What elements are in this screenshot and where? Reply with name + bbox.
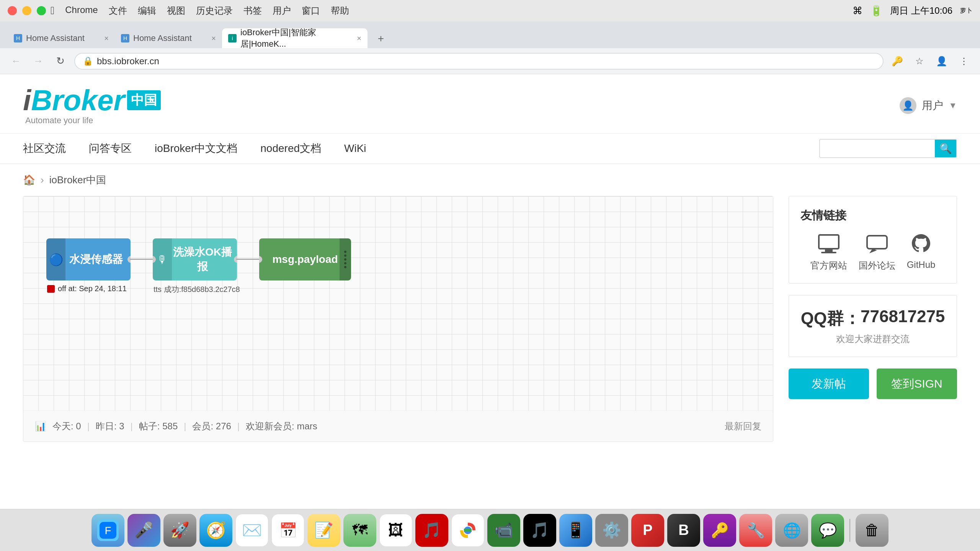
dock-neteasemusic[interactable]: 🎵 <box>415 514 448 547</box>
dock-chrome2[interactable]: 🌐 <box>775 514 808 547</box>
browser-tab-2[interactable]: H Home Assistant × <box>115 28 222 48</box>
node1-status: off at: Sep 24, 18:11 <box>47 284 127 293</box>
latest-reply-link[interactable]: 最新回复 <box>725 420 761 432</box>
menu-help[interactable]: 帮助 <box>331 5 349 17</box>
back-button[interactable]: ← <box>8 53 24 70</box>
minimize-button[interactable] <box>22 6 31 15</box>
site-header: i Broker 中国 Automate your life 👤 用户 ▼ <box>0 74 980 134</box>
svg-rect-0 <box>819 235 839 249</box>
stats-sep2: | <box>131 421 133 432</box>
github-icon <box>908 233 934 256</box>
menu-window[interactable]: 窗口 <box>302 5 320 17</box>
menu-edit[interactable]: 编辑 <box>138 5 156 17</box>
new-post-button[interactable]: 发新帖 <box>789 368 869 399</box>
dock-appstore[interactable]: 📱 <box>559 514 592 547</box>
menu-users[interactable]: 用户 <box>273 5 291 17</box>
dock-siri[interactable]: 🎤 <box>127 514 160 547</box>
logo-area: i Broker 中国 Automate your life <box>23 86 161 126</box>
menu-bookmarks[interactable]: 书签 <box>243 5 262 17</box>
friend-links-title: 友情链接 <box>800 208 945 223</box>
new-tab-button[interactable]: + <box>371 29 390 48</box>
link-forum[interactable]: 国外论坛 <box>859 233 895 272</box>
close-button[interactable] <box>8 6 17 15</box>
breadcrumb: 🏠 › ioBroker中国 <box>0 164 980 196</box>
apple-menu[interactable]:  <box>51 5 54 17</box>
node2-status: tts 成功:f85d68b3.2c27c8 <box>154 284 240 295</box>
menu-file[interactable]: 文件 <box>109 5 127 17</box>
breadcrumb-separator: › <box>41 174 44 186</box>
logo-broker: Broker <box>31 86 125 115</box>
nav-qa[interactable]: 问答专区 <box>89 134 132 163</box>
link-github[interactable]: GitHub <box>907 233 936 272</box>
dock-calendar[interactable]: 📅 <box>271 514 304 547</box>
dock-finder[interactable]: F <box>91 514 124 547</box>
friend-links-list: 官方网站 国外论坛 <box>800 233 945 272</box>
key-icon[interactable]: 🔑 <box>889 53 906 70</box>
qq-prefix: QQ群： <box>801 307 861 330</box>
dock-b-app[interactable]: B <box>667 514 700 547</box>
dock-kp-app[interactable]: 🔑 <box>703 514 736 547</box>
dock-ppt[interactable]: P <box>631 514 664 547</box>
titlebar-left:  Chrome 文件 编辑 视图 历史记录 书签 用户 窗口 帮助 <box>8 5 349 17</box>
dock-mig-app[interactable]: 🔧 <box>739 514 772 547</box>
dock-photos[interactable]: 🖼 <box>379 514 412 547</box>
dock-trash[interactable]: 🗑 <box>856 514 889 547</box>
dock-chat[interactable]: 💬 <box>811 514 844 547</box>
bookmark-star-icon[interactable]: ☆ <box>911 53 928 70</box>
dock-maps[interactable]: 🗺 <box>343 514 376 547</box>
search-button[interactable]: 🔍 <box>935 139 956 158</box>
tab-favicon-3: i <box>228 34 237 42</box>
site-nav: 社区交流 问答专区 ioBroker中文文档 nodered文档 WiKi 🔍 <box>0 134 980 164</box>
browser-tab-3[interactable]: i ioBroker中国|智能家居|HomeK... × <box>222 28 368 48</box>
browser-tabs-bar: H Home Assistant × H Home Assistant × i … <box>0 21 980 48</box>
nav-wiki[interactable]: WiKi <box>344 135 366 162</box>
user-area[interactable]: 👤 用户 ▼ <box>900 97 957 114</box>
link-official[interactable]: 官方网站 <box>810 233 847 272</box>
home-icon[interactable]: 🏠 <box>23 174 35 186</box>
extensions-icon[interactable]: ⋮ <box>956 53 972 70</box>
menu-view[interactable]: 视图 <box>167 5 185 17</box>
forum-icon <box>864 233 890 256</box>
dock-launchpad[interactable]: 🚀 <box>163 514 196 547</box>
node3-port-left <box>259 256 262 263</box>
flow-node-1[interactable]: 🔵 水浸传感器 <box>46 238 131 280</box>
dock-chrome[interactable] <box>451 514 484 547</box>
article-footer: 📊 今天: 0 | 昨日: 3 | 帖子: 585 | 会员: 276 | 欢迎… <box>23 411 773 442</box>
menu-history[interactable]: 历史记录 <box>196 5 233 17</box>
dock-notes[interactable]: 📝 <box>307 514 340 547</box>
nav-community[interactable]: 社区交流 <box>23 134 66 163</box>
breadcrumb-current[interactable]: ioBroker中国 <box>49 173 106 187</box>
profile-icon[interactable]: 👤 <box>933 53 950 70</box>
svg-rect-2 <box>821 252 836 253</box>
stats-sep4: | <box>237 421 240 432</box>
nav-docs[interactable]: ioBroker中文文档 <box>155 134 237 163</box>
dock-settings[interactable]: ⚙️ <box>595 514 628 547</box>
tab-close-2[interactable]: × <box>211 34 216 43</box>
forward-button[interactable]: → <box>30 53 47 70</box>
flow-node-3[interactable]: msg.payload <box>259 238 351 280</box>
svg-rect-3 <box>867 236 887 249</box>
sign-in-button[interactable]: 签到SIGN <box>877 368 957 399</box>
stats-yesterday: 昨日: 3 <box>96 420 124 432</box>
flow-node-2[interactable]: 🎙 洗澡水OK播报 <box>153 238 237 280</box>
dock-safari[interactable]: 🧭 <box>199 514 232 547</box>
menu-chrome[interactable]: Chrome <box>65 5 98 17</box>
forum-label: 国外论坛 <box>859 259 895 272</box>
dock-mail[interactable]: ✉️ <box>235 514 268 547</box>
dock-music[interactable]: 🎵 <box>523 514 556 547</box>
address-input-field[interactable]: 🔒 bbs.iobroker.cn <box>74 53 884 70</box>
tab-close-1[interactable]: × <box>104 34 109 43</box>
dock-facetime[interactable]: 📹 <box>487 514 520 547</box>
fullscreen-button[interactable] <box>37 6 46 15</box>
reload-button[interactable]: ↻ <box>52 53 69 70</box>
tab-label-2: Home Assistant <box>133 33 192 43</box>
stats-new-member: 欢迎新会员: mars <box>246 420 317 432</box>
search-input[interactable] <box>820 139 935 158</box>
stats-sep1: | <box>87 421 90 432</box>
qq-section: QQ群： 776817275 欢迎大家进群交流 <box>789 295 957 357</box>
tab-close-3[interactable]: × <box>357 34 361 43</box>
logo-top-row: i Broker 中国 <box>23 86 161 115</box>
browser-tab-1[interactable]: H Home Assistant × <box>8 28 115 48</box>
stats-sep3: | <box>184 421 186 432</box>
nav-nodered[interactable]: nodered文档 <box>260 134 321 163</box>
